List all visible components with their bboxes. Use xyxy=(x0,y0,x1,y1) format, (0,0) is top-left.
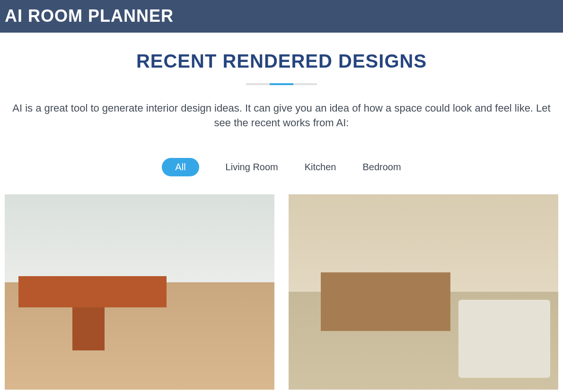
filter-kitchen[interactable]: Kitchen xyxy=(305,158,336,176)
divider-accent xyxy=(246,83,317,85)
main-content: RECENT RENDERED DESIGNS AI is a great to… xyxy=(0,33,563,390)
filter-bedroom[interactable]: Bedroom xyxy=(362,158,401,176)
section-description: AI is a great tool to generate interior … xyxy=(5,101,558,131)
filter-all[interactable]: All xyxy=(162,158,199,176)
filter-living-room[interactable]: Living Room xyxy=(226,158,278,176)
section-title: RECENT RENDERED DESIGNS xyxy=(5,51,558,72)
design-gallery xyxy=(5,194,558,390)
gallery-item[interactable] xyxy=(5,194,274,390)
app-title: AI ROOM PLANNER xyxy=(5,6,174,26)
app-header: AI ROOM PLANNER xyxy=(0,0,563,33)
gallery-item[interactable] xyxy=(289,194,558,390)
filter-tabs: All Living Room Kitchen Bedroom xyxy=(5,158,558,176)
section-divider xyxy=(5,83,558,85)
